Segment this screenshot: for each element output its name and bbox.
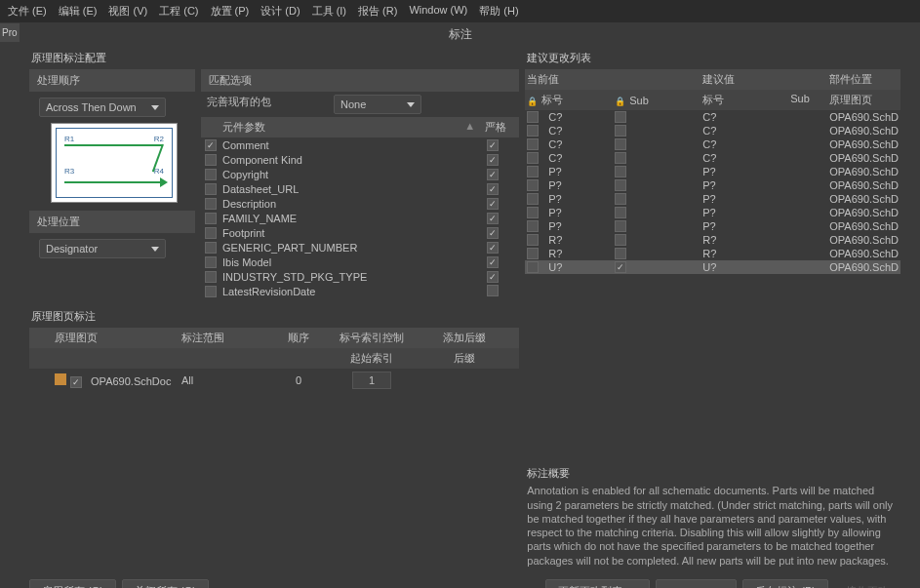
row-checkbox[interactable] (527, 261, 539, 273)
row-checkbox[interactable] (527, 234, 539, 246)
param-row[interactable]: GENERIC_PART_NUMBER (201, 240, 519, 255)
sub-checkbox[interactable] (615, 207, 626, 218)
col-suffix[interactable]: 后缀 (416, 351, 513, 366)
strict-checkbox[interactable] (487, 213, 499, 224)
row-checkbox[interactable] (527, 138, 539, 150)
param-checkbox[interactable] (205, 213, 217, 224)
param-checkbox[interactable] (205, 169, 217, 180)
row-checkbox[interactable] (527, 152, 539, 164)
col-proposed[interactable]: 建议值 (702, 72, 829, 87)
strict-checkbox[interactable] (487, 169, 499, 180)
row-checkbox[interactable] (527, 111, 539, 123)
strict-checkbox[interactable] (487, 256, 499, 268)
col-loc[interactable]: 部件位置 (829, 72, 899, 87)
enable-all-button[interactable]: 启用所有 (Q) (29, 579, 116, 588)
sheet-checkbox[interactable] (70, 376, 82, 388)
sub-checkbox[interactable] (615, 248, 626, 259)
change-row[interactable]: C?C?OPA690.SchD (525, 124, 900, 137)
change-row[interactable]: R?R?OPA690.SchD (525, 233, 900, 247)
strict-checkbox[interactable] (487, 227, 499, 239)
col-sub2[interactable]: Sub (790, 93, 829, 107)
order-dropdown[interactable]: Across Then Down (39, 98, 166, 117)
menu-view[interactable]: 视图 (V) (108, 4, 147, 19)
accept-changes-button[interactable]: 接收更改 (834, 579, 900, 588)
change-row[interactable]: R?R?OPA690.SchD (525, 247, 900, 260)
col-sub1[interactable]: Sub (629, 95, 649, 106)
menu-project[interactable]: 工程 (C) (159, 4, 198, 19)
sub-checkbox[interactable] (615, 125, 626, 137)
strict-checkbox[interactable] (487, 154, 499, 166)
change-row[interactable]: U?U?OPA690.SchD (525, 260, 900, 274)
param-checkbox[interactable] (205, 198, 217, 210)
strict-checkbox[interactable] (487, 271, 499, 283)
start-index-input[interactable]: 1 (352, 372, 391, 389)
col-page[interactable]: 原理图页 (829, 93, 899, 107)
param-checkbox[interactable] (205, 286, 217, 297)
change-row[interactable]: C?C?OPA690.SchD (525, 151, 900, 165)
change-row[interactable]: P?P?OPA690.SchD (525, 219, 900, 233)
strict-checkbox[interactable] (487, 183, 499, 195)
menu-file[interactable]: 文件 (E) (8, 4, 47, 19)
param-checkbox[interactable] (205, 256, 217, 268)
sub-checkbox[interactable] (615, 193, 626, 205)
position-dropdown[interactable]: Designator (39, 239, 166, 258)
sub-checkbox[interactable] (615, 234, 626, 246)
col-current[interactable]: 当前值 (527, 72, 702, 87)
strict-checkbox[interactable] (487, 285, 499, 296)
change-row[interactable]: P?P?OPA690.SchD (525, 192, 900, 206)
sub-checkbox[interactable] (615, 111, 626, 123)
sub-checkbox[interactable] (615, 220, 626, 232)
col-file[interactable]: 原理图页 (35, 331, 181, 345)
sub-checkbox[interactable] (615, 261, 626, 273)
strict-checkbox[interactable] (487, 198, 499, 210)
sub-checkbox[interactable] (615, 179, 626, 191)
row-checkbox[interactable] (527, 179, 539, 191)
menu-help[interactable]: 帮助 (H) (479, 4, 518, 19)
row-checkbox[interactable] (527, 166, 539, 177)
menu-tools[interactable]: 工具 (I) (312, 4, 346, 19)
col-idxctrl[interactable]: 标号索引控制 (328, 331, 416, 345)
param-row[interactable]: Copyright (201, 167, 519, 181)
menu-design[interactable]: 设计 (D) (260, 4, 300, 19)
change-row[interactable]: P?P?OPA690.SchD (525, 206, 900, 219)
sheet-row[interactable]: OPA690.SchDocAll01 (29, 369, 519, 392)
col-suffix-h[interactable]: 添加后缀 (416, 331, 513, 345)
param-row[interactable]: Datasheet_URL (201, 181, 519, 196)
change-row[interactable]: C?C?OPA690.SchD (525, 110, 900, 124)
param-row[interactable]: FAMILY_NAME (201, 211, 519, 225)
sub-checkbox[interactable] (615, 152, 626, 164)
col-idx[interactable]: 起始索引 (328, 351, 416, 366)
back-annotate-button[interactable]: 反向标注 (B) (742, 579, 828, 588)
sub-checkbox[interactable] (615, 138, 626, 150)
param-row[interactable]: Comment (201, 137, 519, 152)
complete-dropdown[interactable]: None (334, 95, 421, 114)
param-row[interactable]: Component Kind (201, 152, 519, 167)
param-row[interactable]: Description (201, 196, 519, 211)
col-des2[interactable]: 标号 (702, 93, 790, 107)
change-row[interactable]: P?P?OPA690.SchD (525, 165, 900, 178)
param-checkbox[interactable] (205, 183, 217, 195)
param-col-header[interactable]: 元件参数 (222, 120, 464, 135)
param-row[interactable]: Footprint (201, 225, 519, 240)
projects-tab[interactable]: Pro (0, 23, 20, 42)
col-des1[interactable]: 标号 (541, 93, 563, 107)
row-checkbox[interactable] (527, 248, 539, 259)
reset-all-button[interactable]: Reset All (656, 579, 737, 588)
row-checkbox[interactable] (527, 125, 539, 137)
param-checkbox[interactable] (205, 271, 217, 283)
menu-window[interactable]: Window (W) (409, 4, 467, 19)
strict-checkbox[interactable] (487, 242, 499, 254)
col-order[interactable]: 顺序 (269, 331, 328, 345)
param-checkbox[interactable] (205, 242, 217, 254)
row-checkbox[interactable] (527, 207, 539, 218)
menu-place[interactable]: 放置 (P) (211, 4, 250, 19)
param-checkbox[interactable] (205, 227, 217, 239)
menu-edit[interactable]: 编辑 (E) (59, 4, 98, 19)
param-checkbox[interactable] (205, 139, 217, 151)
sub-checkbox[interactable] (615, 166, 626, 177)
strict-checkbox[interactable] (487, 139, 499, 151)
param-row[interactable]: INDUSTRY_STD_PKG_TYPE (201, 269, 519, 284)
update-list-button[interactable]: 更新更改列表↖ (545, 579, 650, 588)
row-checkbox[interactable] (527, 220, 539, 232)
param-row[interactable]: Ibis Model (201, 255, 519, 269)
